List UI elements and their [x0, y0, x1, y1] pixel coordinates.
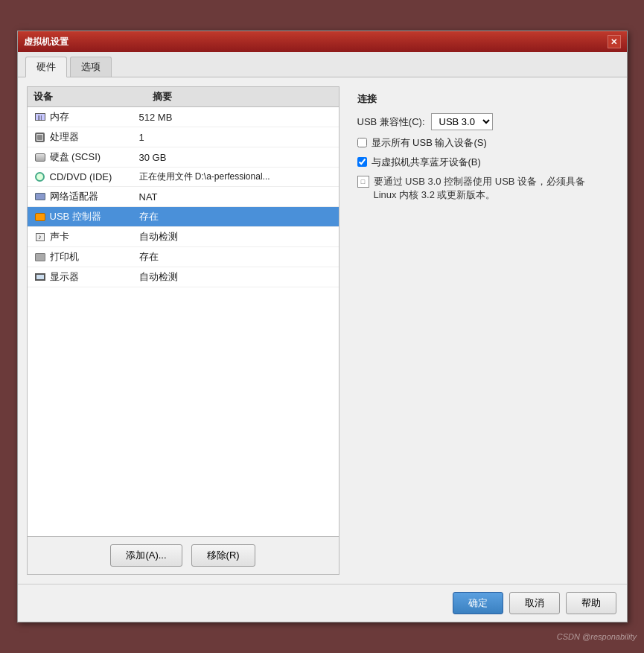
- disk-icon: [34, 152, 47, 162]
- printer-icon: [34, 252, 47, 262]
- cancel-button[interactable]: 取消: [509, 592, 560, 614]
- info-checkbox-icon: □: [357, 176, 369, 188]
- cd-icon: [34, 172, 47, 182]
- table-row[interactable]: ||| 内存 512 MB: [28, 107, 339, 127]
- info-text: 要通过 USB 3.0 控制器使用 USB 设备，必须具备 Linux 内核 3…: [374, 175, 609, 202]
- remove-button[interactable]: 移除(R): [191, 544, 255, 567]
- sound-icon: ♪: [34, 232, 47, 242]
- usb-compat-select[interactable]: USB 2.0 USB 3.0: [431, 113, 493, 130]
- header-device: 设备: [34, 90, 153, 103]
- add-button[interactable]: 添加(A)...: [110, 544, 182, 567]
- watermark: CSDN @responability: [557, 632, 637, 641]
- tabs-bar: 硬件 选项: [18, 52, 627, 77]
- device-table: 设备 摘要 ||| 内存 512 MB: [28, 87, 339, 536]
- main-dialog: 虚拟机设置 ✕ 硬件 选项 设备 摘要 |||: [17, 31, 628, 622]
- table-row[interactable]: 显示器 自动检测: [28, 267, 339, 287]
- table-row[interactable]: ♪ 声卡 自动检测: [28, 227, 339, 247]
- display-icon: [34, 272, 47, 282]
- right-panel: 连接 USB 兼容性(C): USB 2.0 USB 3.0 显示所有 USB …: [348, 86, 618, 575]
- usb-compat-row: USB 兼容性(C): USB 2.0 USB 3.0: [357, 113, 609, 130]
- cb2-row: 与虚拟机共享蓝牙设备(B): [357, 156, 609, 169]
- table-row[interactable]: CD/DVD (IDE) 正在使用文件 D:\a-perfessional...: [28, 168, 339, 187]
- table-row[interactable]: 打印机 存在: [28, 247, 339, 267]
- info-row: □ 要通过 USB 3.0 控制器使用 USB 设备，必须具备 Linux 内核…: [357, 175, 609, 202]
- share-bluetooth-checkbox[interactable]: [357, 157, 367, 167]
- table-header: 设备 摘要: [28, 87, 339, 107]
- titlebar: 虚拟机设置 ✕: [18, 31, 627, 52]
- tab-options[interactable]: 选项: [70, 57, 112, 77]
- usb-compat-label: USB 兼容性(C):: [357, 115, 425, 129]
- close-button[interactable]: ✕: [608, 35, 621, 48]
- table-row[interactable]: USB 控制器 存在: [28, 207, 339, 227]
- header-summary: 摘要: [153, 90, 333, 103]
- net-icon: [34, 191, 47, 202]
- bottom-bar: 确定 取消 帮助: [18, 584, 627, 622]
- left-button-bar: 添加(A)... 移除(R): [28, 536, 339, 574]
- section-title: 连接: [357, 92, 609, 106]
- table-row[interactable]: 硬盘 (SCSI) 30 GB: [28, 147, 339, 168]
- cb2-label: 与虚拟机共享蓝牙设备(B): [372, 156, 481, 169]
- help-button[interactable]: 帮助: [566, 592, 616, 614]
- usb-icon: [34, 211, 47, 222]
- ram-icon: |||: [34, 112, 47, 122]
- ok-button[interactable]: 确定: [453, 592, 503, 614]
- table-row[interactable]: 处理器 1: [28, 127, 339, 147]
- cb1-row: 显示所有 USB 输入设备(S): [357, 136, 609, 150]
- device-panel: 设备 摘要 ||| 内存 512 MB: [27, 86, 339, 575]
- window-title: 虚拟机设置: [24, 36, 68, 48]
- cb1-label: 显示所有 USB 输入设备(S): [372, 136, 487, 150]
- table-row[interactable]: 网络适配器 NAT: [28, 187, 339, 207]
- cpu-icon: [34, 132, 47, 142]
- content-area: 设备 摘要 ||| 内存 512 MB: [18, 77, 627, 584]
- tab-hardware[interactable]: 硬件: [25, 57, 67, 77]
- show-usb-checkbox[interactable]: [357, 138, 367, 147]
